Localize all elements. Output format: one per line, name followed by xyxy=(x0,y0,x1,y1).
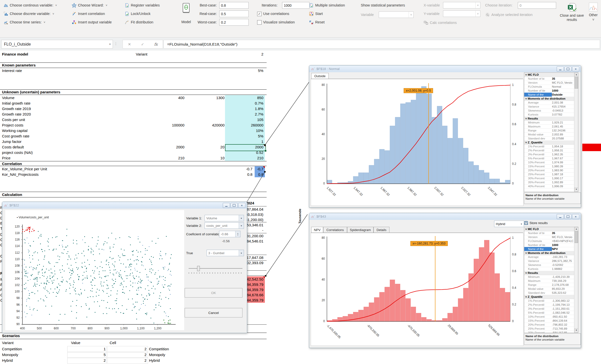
stat-label: ˅ Results xyxy=(524,117,538,121)
window-f43-titlebar[interactable]: $F$43 xyxy=(309,213,581,220)
multiple-simulation-button[interactable]: Multiple simulation xyxy=(309,1,345,9)
analyze-selected-iteration-label: Analyze selected iteration xyxy=(491,13,532,17)
maximize-icon[interactable] xyxy=(564,214,572,219)
analyze-selected-iteration-button[interactable]: Analyze selected iteration xyxy=(485,11,532,18)
start-button[interactable]: Start xyxy=(309,10,323,17)
real-case-input[interactable] xyxy=(219,10,249,17)
y-tick: 96 xyxy=(11,303,20,306)
store-results-button[interactable]: Store results xyxy=(524,221,548,225)
tab-details[interactable]: Details xyxy=(374,227,389,233)
scatter-point xyxy=(159,253,160,254)
fill-handle[interactable] xyxy=(264,150,267,152)
name-box[interactable]: FLO_i_Outside ▾ xyxy=(1,40,113,49)
variable2-combo[interactable]: costs_per_unit▾ xyxy=(205,222,244,229)
scatter-point xyxy=(66,289,67,290)
slider-handle[interactable] xyxy=(197,266,200,271)
stat-label: Modal value xyxy=(524,287,552,291)
scatter-point xyxy=(119,276,120,277)
variant-value: 2 xyxy=(238,52,263,56)
cancel-button[interactable]: Cancel xyxy=(185,308,242,317)
choose-iteration-input[interactable] xyxy=(518,2,556,9)
window-f18-titlebar[interactable]: $F$18 : Normal xyxy=(309,65,581,72)
scroll-down-icon[interactable]: ▼ xyxy=(574,328,578,333)
x-variable-combo[interactable]: ˅ xyxy=(443,2,480,8)
confirm-entry-icon[interactable]: ✓ xyxy=(141,42,144,47)
close-icon[interactable]: ✕ xyxy=(238,203,245,208)
stat-label: Maximum xyxy=(524,124,552,128)
scroll-up-icon[interactable]: ▲ xyxy=(574,73,578,77)
scatter-point xyxy=(116,273,117,273)
calc-correlations-button[interactable]: Calc correlations xyxy=(424,19,457,26)
reset-button[interactable]: Reset xyxy=(309,18,325,26)
best-case-input[interactable] xyxy=(219,2,249,9)
minimize-icon[interactable] xyxy=(557,214,564,219)
slider-track[interactable] xyxy=(189,268,242,269)
tab-spiderdiagram[interactable]: Spiderdiagram xyxy=(347,227,374,233)
y-variable-combo[interactable]: ˅ xyxy=(443,10,480,17)
stats-scrollbar[interactable]: ▲▼ xyxy=(574,227,578,333)
close-and-save-results-button[interactable]: Close and save results xyxy=(560,1,584,30)
use-correlations-checkbox[interactable]: ✓ xyxy=(257,12,262,16)
stat-row: Number of bi35 xyxy=(524,77,574,81)
choose-time-series-button[interactable]: Choose time series:˅ xyxy=(3,18,45,26)
scatter-point xyxy=(167,286,168,287)
worst-case-input[interactable] xyxy=(219,19,249,26)
choose-discrete-variable-button[interactable]: Choose discrete variable:˅ xyxy=(3,10,54,17)
hist-bar xyxy=(395,117,400,184)
lock-unlock-button[interactable]: Lock/Unlock xyxy=(125,10,150,17)
stat-row: ˅ Moments of the distribution xyxy=(524,97,574,101)
scatter-point xyxy=(129,264,130,265)
ok-button[interactable]: OK xyxy=(185,288,242,298)
scenario-combo[interactable]: Hybrid▾ xyxy=(494,221,524,227)
copula-combo[interactable]: 3 - Gumbel▾ xyxy=(207,250,244,256)
scatter-point xyxy=(142,280,143,281)
minimize-icon[interactable] xyxy=(223,203,230,208)
selected-cell[interactable] xyxy=(225,144,266,151)
maximize-icon[interactable] xyxy=(230,203,238,208)
tab-correlations[interactable]: Correlations xyxy=(323,227,347,233)
scatter-point xyxy=(168,316,169,317)
visualize-simulation-checkbox[interactable] xyxy=(257,20,262,25)
variable-combo[interactable]: ˅ xyxy=(379,11,414,18)
scatter-point xyxy=(52,283,53,284)
variable1-combo[interactable]: Volume▾ xyxy=(205,215,244,221)
iterations-input[interactable] xyxy=(282,2,309,9)
scatter-point xyxy=(29,267,30,268)
scroll-thumb[interactable] xyxy=(575,77,578,89)
cancel-entry-icon[interactable]: ✕ xyxy=(128,42,131,47)
scatter-point xyxy=(82,263,82,263)
scatter-point xyxy=(47,277,48,277)
stat-label: ˅ MC FLO xyxy=(524,227,539,231)
scroll-thumb[interactable] xyxy=(575,231,578,243)
close-icon[interactable]: ✕ xyxy=(572,66,579,71)
scatter-point xyxy=(24,275,25,276)
tab-outside[interactable]: Outside xyxy=(311,73,329,79)
dialog-f22-titlebar[interactable]: $F$22 xyxy=(2,202,247,209)
scatter-point xyxy=(27,277,28,277)
insert-correlation-button[interactable]: Insert correlation xyxy=(72,10,105,17)
scatter-point xyxy=(26,305,27,306)
hist-bar xyxy=(364,173,369,184)
model-button[interactable]: Model xyxy=(177,1,195,30)
spinner-arrows-icon[interactable]: ▴▾ xyxy=(235,231,240,237)
coefficient-spinner[interactable]: -0.66▴▾ xyxy=(219,231,240,237)
scatter-point xyxy=(137,294,137,295)
minimize-icon[interactable] xyxy=(557,66,564,71)
stat-row: ˅ Z_Quantile xyxy=(524,295,574,299)
scatter-point xyxy=(145,248,146,249)
scatter-point xyxy=(138,252,139,252)
insert-output-variable-button[interactable]: Insert output variable xyxy=(72,18,112,26)
stats-scrollbar[interactable]: ▲▼ xyxy=(574,73,578,192)
maximize-icon[interactable] xyxy=(564,66,572,71)
close-icon[interactable]: ✕ xyxy=(572,214,579,219)
choose-continuous-variable-button[interactable]: Choose continous variable:˅ xyxy=(3,1,57,9)
tab-npv[interactable]: NPV xyxy=(311,227,323,233)
scroll-up-icon[interactable]: ▲ xyxy=(574,227,578,231)
other-button[interactable]: Other ˅ xyxy=(586,1,601,30)
scroll-down-icon[interactable]: ▼ xyxy=(574,187,578,192)
fit-distribution-button[interactable]: Fit distribution xyxy=(125,18,153,26)
formula-input[interactable]: =FLOsimula_Normal(D18,E18,"Outside") xyxy=(163,40,600,49)
insert-function-icon[interactable]: fx xyxy=(154,42,158,47)
choose-wizard-button[interactable]: Choose Wizard:˅ xyxy=(72,1,107,9)
register-variables-button[interactable]: Register variables xyxy=(125,1,160,9)
